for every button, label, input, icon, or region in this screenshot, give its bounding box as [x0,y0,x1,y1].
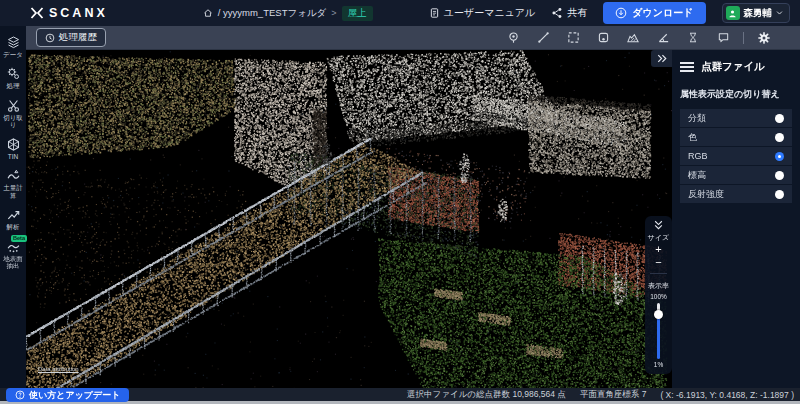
breadcrumb-current[interactable]: 屋上 [342,6,373,21]
help-updates-button[interactable]: 使い方とアップデート [6,388,129,402]
collapse-panel-button[interactable] [651,50,672,67]
panel-header: 点群ファイル [680,60,792,74]
measure-tools [503,28,774,48]
top-bar: SCANX / yyyymm_TESTフォルダ > 屋上 ユーザーマニュアル 共… [0,0,800,26]
beta-badge: Beta [11,235,27,243]
scissors-icon [7,99,20,112]
share-icon [551,7,563,19]
chevron-double-down-icon[interactable] [654,220,663,230]
attribute-option-classification[interactable]: 分類 [680,109,792,127]
logo-text: SCANX [49,6,108,20]
comment-icon[interactable] [713,28,733,48]
process-history-button[interactable]: 処理履歴 [36,28,106,47]
option-label: 分類 [688,112,706,125]
point-size-label: サイズ [648,233,670,243]
panel-title: 点群ファイル [701,60,765,74]
sidebar-item-ground-extract[interactable]: Beta 地表面抽出 [0,240,26,270]
viewport-controls: サイズ + − 表示率 100% 1% [645,216,672,374]
coordinate-system-label: 平面直角座標系 7 [580,389,647,401]
sidebar-item-label: 解析 [1,223,25,230]
sidebar-item-label: 土量計算 [1,184,25,199]
chevron-down-icon [776,10,783,16]
share-label: 共有 [567,6,587,20]
point-size-increase-button[interactable]: + [651,243,667,256]
display-rate-label: 表示率 [648,281,669,291]
radio-button[interactable] [775,133,784,142]
toolbar-separator [743,32,744,44]
point-cloud-canvas[interactable] [26,50,672,388]
home-icon[interactable] [203,8,213,18]
user-manual-label: ユーザーマニュアル [444,6,536,20]
chevron-double-right-icon [657,54,667,63]
scanx-logo[interactable]: SCANX [30,6,108,20]
share-button[interactable]: 共有 [551,6,587,20]
option-label: 色 [688,131,697,144]
breadcrumb-separator: > [331,8,336,18]
download-button[interactable]: ダウンロード [603,2,705,24]
download-icon [615,7,627,19]
tin-mesh-icon [7,138,20,151]
option-label: 反射強度 [688,188,724,201]
attribute-option-color[interactable]: 色 [680,128,792,146]
total-points-label: 選択中ファイルの総点群数 [407,389,510,399]
sidebar-item-process[interactable]: 処理 [0,67,26,89]
user-menu[interactable]: 森勇輔 [722,3,791,23]
total-points-unit: 点 [557,389,566,399]
display-rate-slider[interactable] [654,303,663,359]
attribute-option-elevation[interactable]: 標高 [680,166,792,184]
controls-divider [650,273,667,274]
sidebar-item-label: 切り取り [1,114,25,129]
attribute-option-rgb[interactable]: RGB [680,147,792,165]
angle-measure-icon[interactable] [653,28,673,48]
sidebar-item-analysis[interactable]: 解析 [0,208,26,230]
analysis-trend-icon [7,208,20,221]
help-updates-label: 使い方とアップデート [29,389,120,402]
option-label: RGB [688,151,708,161]
radio-button[interactable] [775,171,784,180]
radio-button[interactable] [775,152,784,161]
measure-line-icon[interactable] [533,28,553,48]
display-rate-max: 100% [650,293,667,300]
radio-button[interactable] [775,190,784,199]
person-icon [728,9,737,18]
breadcrumb-path[interactable]: / yyyymm_TESTフォルダ [218,7,327,20]
data-layers-icon [7,36,20,49]
sidebar-item-volume[interactable]: 土量計算 [0,169,26,199]
settings-gear-icon[interactable] [754,28,774,48]
clip-box-icon[interactable] [593,28,613,48]
help-circle-icon [15,390,25,400]
select-area-icon[interactable] [563,28,583,48]
option-label: 標高 [688,169,706,182]
user-manual-link[interactable]: ユーザーマニュアル [429,6,536,20]
sidebar-item-label: 処理 [1,82,25,89]
total-points-value: 10,986,564 [512,389,555,399]
attribute-option-intensity[interactable]: 反射強度 [680,185,792,203]
attribute-section-title: 属性表示設定の切り替え [680,88,792,101]
volume-calc-icon [7,169,20,182]
process-gear-icon [7,67,20,80]
slider-knob[interactable] [654,310,663,319]
display-rate-min: 1% [654,361,663,368]
sidebar-item-tin[interactable]: TIN [0,138,26,160]
viewer-toolbar: 処理履歴 [26,26,800,50]
sidebar-item-crop[interactable]: 切り取り [0,99,26,129]
height-measure-icon[interactable] [683,28,703,48]
cursor-coordinates: ( X: -6.1913, Y: 0.4168, Z: -1.1897 ) [660,390,794,400]
data-attribution-link[interactable]: Data attribution [38,366,79,372]
user-name: 森勇輔 [744,7,773,20]
breadcrumb: / yyyymm_TESTフォルダ > 屋上 [203,6,373,21]
scanx-logo-icon [30,7,44,19]
sidebar-item-label: 地表面抽出 [1,255,25,270]
file-list-icon[interactable] [680,62,694,73]
clock-icon [45,33,55,43]
point-cloud-viewport: Data attribution サイズ + − 表示率 100% 1% [26,50,672,388]
total-points-status: 選択中ファイルの総点群数 10,986,564 点 [407,389,566,401]
profile-section-icon[interactable] [623,28,643,48]
point-size-decrease-button[interactable]: − [651,256,667,269]
topbar-actions: ユーザーマニュアル 共有 ダウンロード 森勇輔 [429,2,790,24]
sidebar-item-data[interactable]: データ [0,36,26,58]
sidebar-item-label: データ [1,51,25,58]
slider-track-fill[interactable] [657,317,660,359]
radio-button[interactable] [775,114,784,123]
poi-icon[interactable] [503,28,523,48]
